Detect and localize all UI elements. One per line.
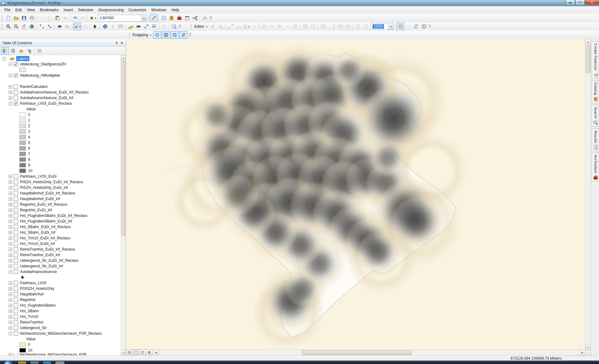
layer-label[interactable]: Parkhaus_LV03_EuDi_Reclass [20,101,72,106]
expander-icon[interactable]: + [9,197,12,201]
layer-label[interactable]: Autobahnanschluesse [20,270,57,274]
expander-icon[interactable]: + [9,203,12,206]
menu-bookmarks[interactable]: Bookmarks [37,7,61,13]
layer-visibility-checkbox[interactable] [14,225,18,229]
layer-visibility-checkbox[interactable] [14,298,18,302]
select-elements-tool[interactable] [91,23,99,30]
list-by-drawing-order-button[interactable] [1,47,9,55]
layer-label[interactable]: POISZH_HotelsOnly [20,286,54,291]
menu-selection[interactable]: Selection [75,7,96,13]
undo-button[interactable] [71,14,79,22]
layer-label[interactable]: ReineTramhst [20,320,43,324]
layer-visibility-checkbox[interactable] [14,230,18,235]
measure-tool[interactable] [127,23,134,30]
refresh-view-button[interactable] [139,350,146,355]
identify-tool[interactable]: i [101,23,109,30]
menu-customize[interactable]: Customize [126,7,149,13]
toc-options-button[interactable] [36,47,44,55]
toolbar-overflow-button[interactable]: ▼ [209,15,213,22]
edge-snapping-toggle[interactable] [179,31,187,39]
map-drawing[interactable] [126,39,585,350]
layer-preview-button[interactable] [420,23,428,30]
arctoolbox-window-button[interactable] [175,14,183,22]
close-icon[interactable]: ✕ [119,41,124,46]
scroll-left-icon[interactable]: ◀ [153,350,159,355]
layer-visibility-checkbox[interactable] [14,90,18,94]
toc-scrollbar[interactable]: ▲ ▼ [121,55,126,355]
layer-visibility-checkbox[interactable] [14,292,18,296]
new-map-button[interactable] [4,14,12,22]
map-vscroll-thumb[interactable] [586,46,590,73]
expander-icon[interactable]: + [9,91,12,94]
expander-icon[interactable]: − [9,332,12,335]
layer-visibility-checkbox[interactable]: ✓ [14,101,18,106]
layer-label[interactable]: RasterCalculator [20,84,48,89]
layer-visibility-checkbox[interactable] [14,202,18,207]
legend-swatch[interactable] [19,118,26,122]
expander-icon[interactable]: + [9,231,12,234]
layer-visibility-checkbox[interactable] [14,180,18,184]
layer-visibility-checkbox[interactable] [14,213,18,218]
expander-icon[interactable]: + [9,220,12,223]
scroll-down-icon[interactable]: ▼ [585,344,591,350]
legend-swatch[interactable] [19,124,26,128]
scroll-down-icon[interactable]: ▼ [121,350,126,355]
layer-label[interactable]: Hauptbahnhof [20,292,43,296]
schematics-button[interactable] [201,14,209,22]
layer-visibility-checkbox[interactable] [14,253,18,257]
map-vertical-scrollbar[interactable]: ▲ ▼ [585,39,591,350]
layer-label[interactable]: Hauptbahnhof_EuDi_Inf [20,197,60,201]
expander-icon[interactable]: + [9,293,12,296]
start-orb-icon[interactable] [4,361,12,364]
layer-label[interactable]: Abdeckung_Hilfsobjekte [20,73,60,78]
erase-mode-button[interactable] [397,23,404,30]
layer-visibility-checkbox[interactable] [14,258,18,263]
dock-tab-search[interactable]: Search [592,105,599,127]
expander-icon[interactable]: + [9,248,12,251]
legend-swatch[interactable] [19,157,26,162]
toolbar-grip[interactable] [129,32,130,38]
menu-windows[interactable]: Windows [149,7,169,13]
fixed-zoom-in-button[interactable] [38,23,46,30]
layer-label[interactable]: ReineTramhst_EuDi_Inf [20,253,60,257]
layer-label[interactable]: Abdeckung_StadtgrenzeZH [20,62,66,66]
toolbar-grip[interactable] [334,24,335,29]
layer-visibility-checkbox[interactable]: ✓ [14,73,18,78]
legend-swatch[interactable] [19,152,26,156]
layer-visibility-checkbox[interactable] [14,264,18,268]
layer-label[interactable]: Uebergeord_Str [20,326,46,330]
layer-visibility-checkbox[interactable] [14,208,18,212]
layout-view-button[interactable] [133,350,139,355]
layer-label[interactable]: Nichtwohnzone_MitZwischenraum_P2R [20,353,86,355]
fixed-zoom-out-button[interactable] [46,23,53,30]
taskbar-item[interactable] [18,362,26,364]
zoom-percent-combo[interactable]: 100%▼ [371,23,393,30]
expander-icon[interactable]: + [9,353,12,355]
layer-visibility-checkbox[interactable] [14,236,18,240]
list-by-selection-button[interactable] [25,47,33,55]
map-view[interactable] [126,39,585,350]
expander-icon[interactable]: + [9,259,12,262]
expander-icon[interactable]: + [9,85,12,89]
html-popup-tool[interactable] [117,23,124,30]
group-label[interactable]: Layers [16,56,29,61]
layer-visibility-checkbox[interactable] [14,197,18,201]
toolbar-grip[interactable] [191,24,192,29]
go-back-extent-button[interactable] [56,23,63,30]
layer-label[interactable]: Nichtwohnzone_MitZwischenraum_P2R_Reclas… [20,331,102,336]
expander-icon[interactable]: + [9,237,12,240]
chevron-down-icon[interactable]: ▼ [149,34,152,36]
reload-cache-button[interactable] [412,23,420,30]
toolbar-grip[interactable] [2,24,3,29]
chevron-down-icon[interactable]: ▼ [79,26,81,28]
taskbar[interactable] [0,361,599,364]
snapping-menu-button[interactable]: Snapping▼ [132,33,153,37]
pan-tool[interactable] [20,23,28,30]
toolbar-overflow-button[interactable]: ▼ [188,31,192,38]
scroll-up-icon[interactable]: ▲ [585,39,591,45]
layer-label[interactable]: Hst_Trm10 [20,314,38,319]
layer-visibility-checkbox[interactable] [14,326,18,330]
table-of-contents-toggle[interactable] [160,14,168,22]
editor-menu-button[interactable]: Editor▼ [194,24,209,29]
dock-tab-results[interactable]: Results [592,128,599,151]
